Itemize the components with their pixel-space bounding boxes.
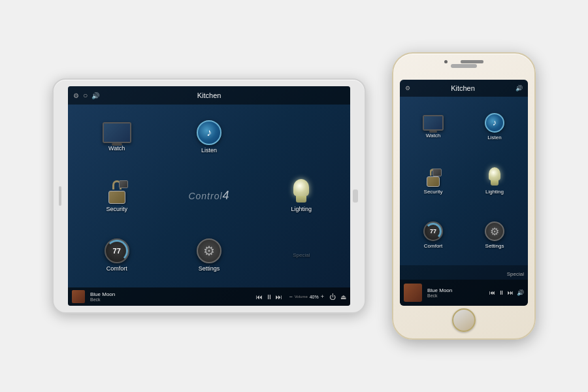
- gear-shape: [203, 243, 215, 259]
- settings-icon[interactable]: ⚙: [73, 92, 79, 99]
- control4-logo: Control4: [165, 189, 252, 203]
- phone-album-art: [404, 284, 422, 302]
- phone-now-playing-info: Blue Moon Beck: [427, 287, 487, 298]
- phone-playback-controls[interactable]: ⏮ ⏸ ⏭ 🔊: [489, 289, 524, 296]
- track-title: Blue Moon: [90, 291, 253, 297]
- phone-gear-shape: [490, 225, 499, 238]
- control4-text: Control4: [188, 189, 229, 203]
- lighting-label: Lighting: [291, 206, 312, 212]
- phone-speaker-icon[interactable]: 🔊: [517, 289, 524, 296]
- listen-label: Listen: [201, 147, 217, 154]
- track-artist: Beck: [90, 297, 253, 302]
- phone-room-title: Kitchen: [410, 84, 515, 92]
- phone-thermostat-icon: 77: [423, 221, 443, 241]
- security-label: Security: [106, 206, 127, 212]
- tablet-app-grid: Watch Listen Securi: [68, 105, 350, 287]
- lock-icon: [105, 179, 129, 204]
- phone-top-sensors: [444, 60, 483, 63]
- speaker-grille: [461, 60, 483, 63]
- empty-cell-2: Special: [258, 252, 345, 258]
- comfort-label: Comfort: [106, 265, 127, 272]
- music-note-icon: [206, 127, 212, 139]
- volume-icon[interactable]: 🔊: [91, 92, 99, 99]
- eject-icon[interactable]: ⏏: [340, 293, 346, 301]
- settings-icon-item[interactable]: Settings: [165, 238, 252, 272]
- watch-icon-item[interactable]: Watch: [73, 122, 160, 152]
- bulb-icon: [290, 179, 312, 204]
- phone-volume-icon[interactable]: 🔊: [515, 85, 523, 91]
- album-art: [72, 290, 85, 303]
- phone-bulb-icon: [485, 167, 504, 187]
- phone-bulb-base: [491, 180, 498, 186]
- phone-app-grid: Watch Listen Security: [400, 97, 528, 265]
- phone-track-artist: Beck: [427, 293, 487, 298]
- phone-special-bar: Special: [400, 265, 528, 280]
- thermostat-icon: 77: [105, 238, 129, 263]
- phone-lock-icon: [423, 167, 443, 187]
- music-icon: [197, 120, 221, 145]
- security-icon-item[interactable]: Security: [73, 179, 160, 212]
- phone-music-note-icon: [493, 118, 497, 127]
- phone-comfort-label: Comfort: [424, 243, 442, 249]
- phone-music-icon: [485, 113, 504, 133]
- phone-home-button[interactable]: [452, 308, 476, 332]
- pause-button[interactable]: ⏸: [266, 293, 272, 301]
- phone-device: ⚙ Kitchen 🔊 Watch Listen: [392, 52, 536, 340]
- gear-icon: [197, 238, 221, 263]
- phone-thermo-ring: [425, 223, 442, 240]
- special-right-label: Special: [293, 252, 310, 258]
- phone-lighting-icon-item[interactable]: Lighting: [466, 167, 523, 195]
- prev-button[interactable]: ⏮: [256, 293, 263, 301]
- phone-topbar: ⚙ Kitchen 🔊: [400, 80, 528, 97]
- lock-camera: [119, 180, 128, 188]
- camera-dot: [444, 60, 448, 63]
- now-playing-info: Blue Moon Beck: [90, 291, 253, 302]
- phone-watch-label: Watch: [426, 133, 440, 139]
- power-icon[interactable]: ⏻: [329, 293, 336, 301]
- light-icon[interactable]: ○: [83, 91, 88, 100]
- phone-screen: ⚙ Kitchen 🔊 Watch Listen: [400, 80, 528, 306]
- phone-special-label: Special: [507, 271, 524, 277]
- playback-controls[interactable]: ⏮ ⏸ ⏭: [256, 293, 282, 301]
- listen-icon-item[interactable]: Listen: [165, 120, 252, 154]
- phone-next-button[interactable]: ⏭: [508, 289, 514, 296]
- vol-plus[interactable]: +: [321, 293, 324, 300]
- phone-listen-label: Listen: [487, 135, 501, 140]
- thermo-ring: [106, 240, 128, 262]
- phone-security-label: Security: [424, 189, 443, 195]
- volume-label: Volume: [295, 295, 308, 299]
- comfort-icon-item[interactable]: 77 Comfort: [73, 238, 160, 272]
- phone-watch-icon-item[interactable]: Watch: [405, 115, 461, 139]
- vol-minus[interactable]: −: [289, 293, 292, 300]
- phone-lock-camera: [433, 169, 442, 176]
- phone-pause-button[interactable]: ⏸: [498, 289, 504, 296]
- phone-bulb-top: [489, 167, 500, 180]
- bulb-top: [293, 179, 309, 196]
- tablet-topbar: ⚙ ○ 🔊 Kitchen: [68, 86, 350, 105]
- tv-icon: [103, 122, 131, 143]
- phone-track-title: Blue Moon: [427, 287, 487, 293]
- phone-speaker: [451, 64, 477, 68]
- phone-settings-label: Settings: [485, 243, 504, 249]
- volume-value: 40%: [310, 295, 319, 299]
- phone-settings-icon-item[interactable]: Settings: [466, 221, 523, 249]
- phone-gear-icon: [485, 221, 504, 241]
- phone-prev-button[interactable]: ⏮: [489, 289, 495, 296]
- tablet-device: ⚙ ○ 🔊 Kitchen Watch Listen: [52, 78, 366, 314]
- tablet-bottombar: Blue Moon Beck ⏮ ⏸ ⏭ − Volume 40% + ⏻ ⏏: [68, 287, 350, 306]
- next-button[interactable]: ⏭: [276, 293, 282, 301]
- bulb-base: [296, 196, 306, 203]
- topbar-left: ⚙ ○ 🔊: [73, 91, 99, 100]
- lock-body: [108, 191, 125, 204]
- phone-security-icon-item[interactable]: Security: [405, 167, 461, 195]
- lighting-icon-item[interactable]: Lighting: [258, 179, 345, 212]
- phone-tv-icon: [423, 115, 444, 131]
- phone-bottombar: Blue Moon Beck ⏮ ⏸ ⏭ 🔊: [400, 280, 528, 306]
- phone-lock-body: [427, 176, 440, 187]
- settings-label: Settings: [199, 265, 220, 272]
- phone-settings-icon[interactable]: ⚙: [405, 85, 410, 91]
- phone-comfort-icon-item[interactable]: 77 Comfort: [405, 221, 461, 249]
- room-title: Kitchen: [99, 91, 319, 99]
- tablet-screen: ⚙ ○ 🔊 Kitchen Watch Listen: [68, 86, 350, 306]
- phone-listen-icon-item[interactable]: Listen: [466, 113, 523, 140]
